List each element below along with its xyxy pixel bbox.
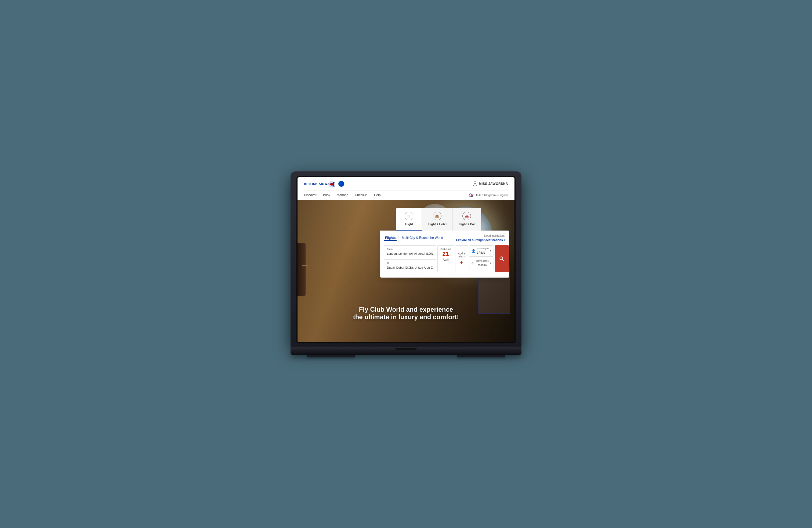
tab-multicity[interactable]: Multi City & Round the World <box>401 236 444 241</box>
search-button[interactable] <box>495 245 509 272</box>
class-text: Travel class Economy <box>476 260 489 267</box>
search-widget: ✈ Flight 🏨 Flight + Hotel <box>380 208 509 277</box>
tab-flight-hotel[interactable]: 🏨 Flight + Hotel <box>422 208 453 230</box>
svg-line-4 <box>503 259 504 261</box>
tab-flight-hotel-label: Flight + Hotel <box>428 223 447 226</box>
travel-class-label: Travel class <box>476 260 489 262</box>
tagline-line2: the ultimate in luxury and comfort! <box>353 313 459 321</box>
nav-checkin[interactable]: Check-in <box>355 192 367 198</box>
to-value: Dubai, Dubai (DXB), United Arab Ei <box>387 266 433 269</box>
search-icon <box>499 256 505 261</box>
inspiration-link[interactable]: Explore all our flight destinations > <box>456 238 505 242</box>
passengers-value: 1 Adult <box>477 251 485 254</box>
navbar-top: BRITISH AIRWAYS <box>304 177 508 190</box>
destination-field[interactable]: To Dubai, Dubai (DXB), United Arab Ei <box>384 259 436 272</box>
product-tab-selector: ✈ Flight 🏨 Flight + Hotel <box>396 208 481 230</box>
class-dropdown-arrow: ▼ <box>489 262 491 265</box>
nav-discover[interactable]: Discover <box>304 192 317 198</box>
tab-flights[interactable]: Flights <box>384 236 396 241</box>
tab-flight-car[interactable]: 🚗 Flight + Car <box>453 208 481 230</box>
svg-point-2 <box>474 182 476 184</box>
outbound-label: Outbound <box>440 248 451 251</box>
pax-class-col: 👤 Passengers 1 Adult ▼ ✈ <box>469 245 494 272</box>
navbar-bottom: Discover Book Manage Check-in Help 🇬🇧 Un… <box>304 190 508 200</box>
tagline-line1: Fly Club World and experience <box>353 306 459 313</box>
laptop-container: BRITISH AIRWAYS <box>291 171 521 357</box>
laptop-base <box>291 347 521 352</box>
navbar: BRITISH AIRWAYS <box>298 177 514 200</box>
nav-help[interactable]: Help <box>374 192 381 198</box>
nav-links: Discover Book Manage Check-in Help <box>304 192 380 198</box>
tab-flight[interactable]: ✈ Flight <box>396 208 422 230</box>
seat-detail <box>302 265 308 266</box>
hero-tagline: Fly Club World and experience the ultima… <box>353 306 459 321</box>
passengers-text: Passengers 1 Adult <box>477 247 490 255</box>
inspiration-area: Need Inspiration? Explore all our flight… <box>456 234 505 242</box>
user-icon <box>473 181 477 186</box>
origin-destination-col: From London, London (All Airports) (LON … <box>384 245 436 272</box>
foot-pad-left <box>307 355 355 357</box>
hero-section: Fly Club World and experience the ultima… <box>298 200 514 342</box>
outbound-day: 21 <box>440 251 451 257</box>
laptop-notch <box>395 348 417 351</box>
to-label: To <box>387 262 433 265</box>
travel-class-value: Economy <box>476 263 487 267</box>
form-sub-tabs: Flights | Multi City & Round the World N… <box>384 234 505 242</box>
username-label: MISS JAWORSKA <box>479 182 508 186</box>
search-form: Flights | Multi City & Round the World N… <box>380 230 509 277</box>
inspiration-prompt: Need Inspiration? <box>456 234 505 237</box>
user-account-area[interactable]: MISS JAWORSKA <box>473 181 508 186</box>
passengers-icon: 👤 <box>472 249 476 253</box>
laptop-stand <box>291 352 521 355</box>
car-icon: 🚗 <box>462 212 471 220</box>
search-fields-row: From London, London (All Airports) (LON … <box>384 245 505 272</box>
origin-field[interactable]: From London, London (All Airports) (LON <box>384 245 436 258</box>
passengers-dropdown-arrow: ▼ <box>489 249 491 252</box>
flight-icon: ✈ <box>405 212 413 220</box>
screen-bezel: BRITISH AIRWAYS <box>296 176 516 343</box>
outbound-month: April <box>443 258 449 261</box>
logo-area: BRITISH AIRWAYS <box>304 180 344 188</box>
nav-book[interactable]: Book <box>323 192 330 198</box>
from-value: London, London (All Airports) (LON <box>387 252 433 255</box>
passengers-field[interactable]: 👤 Passengers 1 Adult ▼ <box>469 245 494 257</box>
add-return-icon: + <box>460 259 463 266</box>
locale-selector[interactable]: 🇬🇧 United Kingdom - English <box>469 193 508 197</box>
return-date-field[interactable]: Add a return + <box>455 245 468 272</box>
class-icon: ✈ <box>472 261 474 265</box>
locale-label: United Kingdom - English <box>475 194 508 197</box>
add-return-label: Add a return <box>458 252 465 258</box>
outbound-date-field[interactable]: Outbound 21 April <box>437 245 454 272</box>
screen: BRITISH AIRWAYS <box>298 177 514 342</box>
passengers-label: Passengers <box>477 247 490 250</box>
foot-pad-right <box>457 355 505 357</box>
trip-type-tabs: Flights | Multi City & Round the World <box>384 236 444 241</box>
nav-manage[interactable]: Manage <box>337 192 348 198</box>
tab-flight-label: Flight <box>405 223 413 226</box>
seat-armrest <box>298 243 306 296</box>
from-label: From <box>387 248 433 251</box>
country-flag: 🇬🇧 <box>469 193 474 197</box>
ba-logo-svg: BRITISH AIRWAYS <box>304 180 336 188</box>
travel-class-field[interactable]: ✈ Travel class Economy ▼ <box>469 258 494 269</box>
laptop-foot <box>291 355 521 357</box>
oneworld-logo <box>338 181 344 187</box>
laptop-frame: BRITISH AIRWAYS <box>291 171 521 347</box>
tab-flight-car-label: Flight + Car <box>459 223 475 226</box>
hotel-icon: 🏨 <box>433 212 441 220</box>
